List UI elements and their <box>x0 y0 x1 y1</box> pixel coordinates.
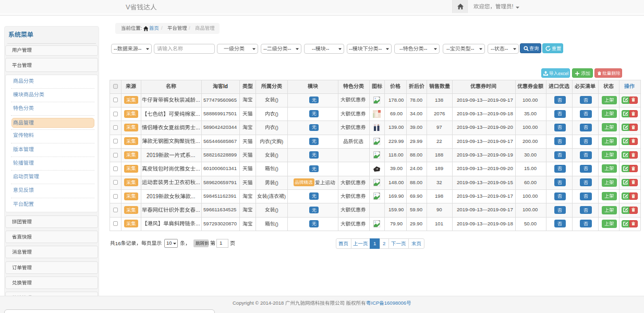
svg-text:1: 1 <box>220 240 222 246</box>
svg-text:597293020870: 597293020870 <box>203 221 237 226</box>
svg-text:15.00: 15.00 <box>524 166 537 172</box>
svg-text:139.00: 139.00 <box>388 125 404 130</box>
svg-text:(: ( <box>270 138 272 144</box>
svg-text:100.00: 100.00 <box>523 97 538 103</box>
svg-text:2019: 2019 <box>147 152 159 158</box>
svg-text:ICP: ICP <box>371 300 380 306</box>
svg-text:): ) <box>284 193 286 199</box>
svg-text:229.99: 229.99 <box>388 138 404 144</box>
svg-text:2019: 2019 <box>147 194 159 199</box>
svg-text:): ) <box>282 138 283 144</box>
svg-text:88.00: 88.00 <box>410 152 422 158</box>
svg-text:(): () <box>275 166 278 172</box>
svg-text:1: 1 <box>373 240 376 246</box>
svg-text:2019-09-13—2019-09-19: 2019-09-13—2019-09-19 <box>457 152 513 158</box>
svg-text:598451162391: 598451162391 <box>203 193 236 199</box>
svg-text:88.00: 88.00 <box>410 179 422 185</box>
svg-text:(: ( <box>268 193 270 199</box>
svg-text:/: / <box>161 26 163 31</box>
svg-text:101: 101 <box>435 221 443 226</box>
svg-text:188: 188 <box>435 152 443 158</box>
svg-text:39.00: 39.00 <box>410 125 422 130</box>
svg-text:79.90: 79.90 <box>390 221 403 226</box>
svg-text:2019-09-13—2019-09-18: 2019-09-13—2019-09-18 <box>457 221 513 226</box>
svg-text:(): () <box>275 111 278 116</box>
svg-text:2019-09-13—2019-09-17: 2019-09-13—2019-09-17 <box>457 193 513 199</box>
svg-text:--: -- <box>325 46 329 52</box>
svg-text:588216228899: 588216228899 <box>203 152 237 158</box>
svg-text:Id: Id <box>223 83 228 89</box>
svg-text:30.00: 30.00 <box>524 152 537 158</box>
svg-text:(): () <box>275 125 278 130</box>
svg-text:2: 2 <box>383 240 385 246</box>
svg-text:35.00: 35.00 <box>524 111 537 116</box>
svg-text:601000601341: 601000601341 <box>203 166 237 172</box>
svg-text:!: ! <box>512 3 514 9</box>
svg-text:577479560965: 577479560965 <box>203 97 237 103</box>
svg-text:589620659791: 589620659791 <box>203 179 237 185</box>
svg-text:118.00: 118.00 <box>388 152 404 158</box>
svg-text:(): () <box>275 152 278 158</box>
svg-text:...: ... <box>196 166 200 172</box>
svg-text:...: ... <box>196 207 200 213</box>
svg-text:78.00: 78.00 <box>410 97 422 103</box>
svg-text:--: -- <box>446 46 450 52</box>
svg-text:100.00: 100.00 <box>523 125 538 130</box>
svg-text:22: 22 <box>436 138 442 144</box>
svg-text:--: -- <box>114 46 117 52</box>
svg-text:200.00: 200.00 <box>523 138 538 144</box>
svg-text:--: -- <box>423 46 427 52</box>
svg-text:(): () <box>275 179 278 185</box>
svg-text:10: 10 <box>166 240 172 246</box>
svg-text:--: -- <box>379 46 382 52</box>
svg-text:...: ... <box>196 111 200 117</box>
svg-text:...: ... <box>196 221 200 226</box>
svg-text:169.90: 169.90 <box>388 193 404 199</box>
svg-text:2019-09-13—2019-09-17: 2019-09-13—2019-09-17 <box>457 97 513 103</box>
svg-text:(): () <box>275 97 278 103</box>
svg-text:90: 90 <box>436 207 442 213</box>
svg-text:29.99: 29.99 <box>410 138 422 144</box>
svg-text:V: V <box>126 3 130 11</box>
svg-text:100.00: 100.00 <box>523 193 538 199</box>
svg-text:2019-09-13—2019-09-20: 2019-09-13—2019-09-20 <box>457 125 513 130</box>
svg-text:2019-09-13—2019-09-17: 2019-09-13—2019-09-17 <box>457 138 513 144</box>
svg-text:148.00: 148.00 <box>388 179 404 185</box>
svg-text:97: 97 <box>436 125 442 130</box>
svg-text:--: -- <box>349 46 353 52</box>
svg-text:138: 138 <box>435 97 443 103</box>
svg-text:...: ... <box>196 97 200 103</box>
svg-text:2019-09-13—2019-09-15: 2019-09-13—2019-09-15 <box>457 179 513 185</box>
svg-text:589042420344: 589042420344 <box>203 125 237 130</box>
svg-text:2019-09-13—2019-09-18: 2019-09-13—2019-09-18 <box>457 111 513 116</box>
svg-text:--: -- <box>312 46 315 52</box>
svg-text:39.00: 39.00 <box>390 166 403 172</box>
svg-text:29.90: 29.90 <box>410 221 422 226</box>
svg-text:100.00: 100.00 <box>523 207 538 213</box>
svg-text:--: -- <box>399 46 403 52</box>
svg-text:--: -- <box>138 46 142 52</box>
svg-text:565446685867: 565446685867 <box>203 138 237 144</box>
svg-text::: : <box>140 26 142 31</box>
svg-text:...: ... <box>191 194 196 199</box>
svg-text:189: 189 <box>435 166 443 172</box>
svg-text:(): () <box>275 221 278 226</box>
svg-text:...: ... <box>196 179 200 185</box>
svg-text:--: -- <box>491 46 494 52</box>
svg-text:16098006: 16098006 <box>384 300 406 306</box>
svg-text:Copyright © 2014-2018: Copyright © 2014-2018 <box>233 300 284 306</box>
svg-text:32: 32 <box>436 179 442 185</box>
svg-text:178.00: 178.00 <box>388 97 404 103</box>
svg-text:2076: 2076 <box>434 111 445 116</box>
svg-text:69.90: 69.90 <box>410 193 422 199</box>
svg-text:(): () <box>275 207 278 213</box>
svg-text:2019-09-13—2019-09-17: 2019-09-13—2019-09-17 <box>457 207 513 213</box>
svg-text:--: -- <box>505 46 508 52</box>
svg-text:596611634525: 596611634525 <box>203 207 236 213</box>
svg-text:--: -- <box>263 46 267 52</box>
svg-text:588869917501: 588869917501 <box>203 111 237 116</box>
svg-text:60.00: 60.00 <box>524 179 537 185</box>
svg-text:--: -- <box>288 46 291 52</box>
svg-text:/: / <box>189 26 190 31</box>
svg-text:...: ... <box>196 138 200 144</box>
